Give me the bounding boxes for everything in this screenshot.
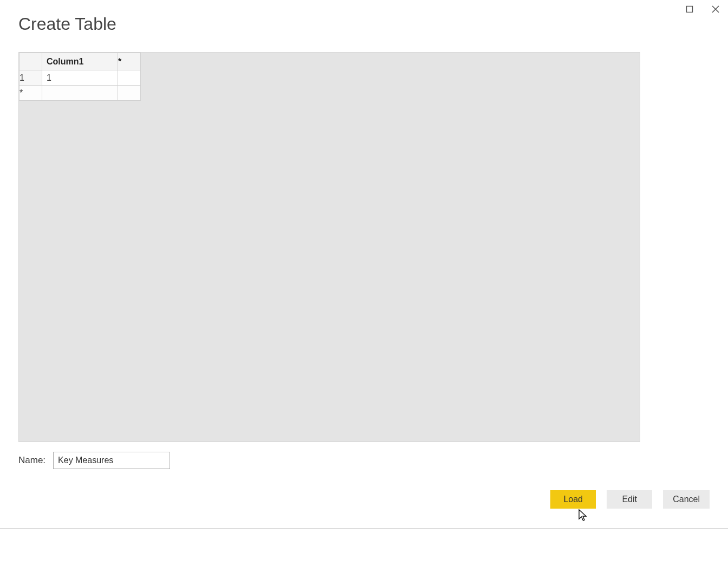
data-grid-area[interactable]: Column1 * 1 1 * <box>18 52 640 442</box>
window-controls <box>681 2 724 16</box>
add-column-header[interactable]: * <box>118 53 141 70</box>
dialog-buttons: Load Edit Cancel <box>550 490 710 509</box>
new-row-add-cell[interactable] <box>118 86 141 101</box>
row-number[interactable]: 1 <box>20 70 42 86</box>
name-label: Name: <box>18 455 46 466</box>
close-button[interactable] <box>707 2 724 16</box>
cell[interactable]: 1 <box>42 70 118 86</box>
bottom-separator <box>0 528 728 529</box>
new-row[interactable]: * <box>20 86 141 101</box>
mouse-cursor-icon <box>578 509 588 522</box>
table-name-row: Name: <box>18 452 170 469</box>
cell-add-column[interactable] <box>118 70 141 86</box>
column-header[interactable]: Column1 <box>42 53 118 70</box>
maximize-button[interactable] <box>681 2 698 16</box>
row-header-corner[interactable] <box>20 53 42 70</box>
edit-button[interactable]: Edit <box>607 490 652 509</box>
table-name-input[interactable] <box>53 452 170 469</box>
dialog-title: Create Table <box>18 14 116 34</box>
table-row[interactable]: 1 1 <box>20 70 141 86</box>
load-button[interactable]: Load <box>550 490 596 509</box>
svg-rect-0 <box>687 6 693 12</box>
cancel-button[interactable]: Cancel <box>663 490 710 509</box>
new-row-marker[interactable]: * <box>20 86 42 101</box>
new-row-cell[interactable] <box>42 86 118 101</box>
data-grid[interactable]: Column1 * 1 1 * <box>19 53 141 101</box>
